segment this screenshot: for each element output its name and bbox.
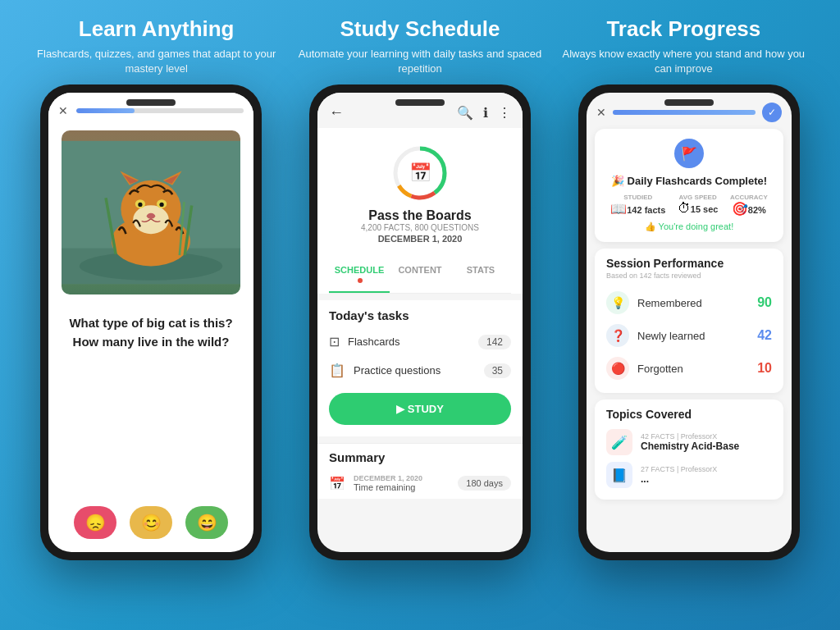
phone-notch-2 (395, 99, 445, 106)
p3-close-icon[interactable]: ✕ (596, 106, 606, 119)
phone-study: ← 🔍 ℹ ⋮ (309, 84, 531, 560)
p2-deck-title: Pass the Boards (368, 208, 471, 223)
study-title: Study Schedule (296, 16, 543, 42)
phone-learn: ✕ (40, 84, 262, 560)
newly-learned-label: Newly learned (637, 330, 749, 342)
questions-count: 35 (484, 363, 511, 378)
p2-summary-date: DECEMBER 1, 2020 (354, 474, 450, 482)
p3-perf-remembered: 💡 Remembered 90 (606, 286, 772, 319)
p1-btn-maybe[interactable]: 😊 (130, 506, 172, 539)
p3-session-sub: Based on 142 facts reviewed (606, 272, 772, 280)
p2-task-flashcards: ⊡ Flashcards 142 (317, 327, 523, 356)
p2-summary-row: 📅 DECEMBER 1, 2020 Time remaining 180 da… (317, 468, 523, 499)
questions-label: Practice questions (354, 364, 476, 377)
p3-topic-1: 🧪 42 FACTS | ProfessorX Chemistry Acid-B… (606, 426, 772, 459)
p2-calendar-icon-2: 📅 (329, 476, 345, 491)
p2-tasks-card: Today's tasks ⊡ Flashcards 142 📋 Practic… (317, 300, 523, 436)
p3-stat-speed-icon: ⏱ (678, 201, 691, 215)
newly-learned-value: 42 (757, 328, 772, 343)
p2-summary-card: Summary 📅 DECEMBER 1, 2020 Time remainin… (317, 443, 523, 499)
p2-deck-facts: 4,200 FACTS, 800 QUESTIONS (361, 223, 479, 232)
newly-learned-icon: ❓ (606, 324, 629, 347)
p2-deck-date: DECEMBER 1, 2020 (378, 234, 463, 244)
p3-stat-speed: AVG SPEED ⏱15 sec (678, 194, 719, 217)
p2-summary-info: DECEMBER 1, 2020 Time remaining (354, 474, 450, 492)
tab-content[interactable]: CONTENT (390, 258, 450, 293)
study-subtitle: Automate your learning with daily tasks … (296, 47, 543, 76)
p3-great-text: 👍 You're doing great! (605, 221, 774, 232)
tab-stats[interactable]: STATS (450, 258, 511, 293)
tab-schedule[interactable]: SCHEDULE (329, 258, 390, 293)
topic-2-info: 27 FACTS | ProfessorX ... (641, 465, 772, 485)
phone-screen-track: ✕ ✓ 🚩 🎉 Daily Flashcards Complete! STUDI… (587, 93, 792, 552)
svg-point-5 (133, 206, 169, 235)
p2-search-icon[interactable]: 🔍 (457, 105, 473, 121)
p3-perf-forgotten: 🔴 Forgotten 10 (606, 352, 772, 385)
p3-stat-accuracy-label: ACCURACY (730, 194, 768, 201)
tab-content-label: CONTENT (398, 265, 441, 275)
p2-calendar-icon: 📅 (409, 162, 431, 184)
p3-perf-newly-learned: ❓ Newly learned 42 (606, 319, 772, 352)
flashcards-count: 142 (478, 335, 511, 349)
p1-question-line1: What type of big cat is this? (62, 314, 240, 333)
p1-close-icon[interactable]: ✕ (58, 104, 68, 117)
phone-screen-study: ← 🔍 ℹ ⋮ (317, 93, 523, 552)
p3-check-icon: ✓ (762, 103, 782, 122)
p2-summary-title: Summary (317, 443, 523, 468)
p1-progress-fill (76, 108, 135, 113)
questions-icon: 📋 (329, 363, 345, 378)
topic-1-facts: 42 FACTS | ProfessorX (641, 432, 772, 441)
p1-topbar: ✕ (48, 93, 253, 124)
p2-info-icon[interactable]: ℹ (483, 105, 488, 121)
tab-stats-label: STATS (467, 265, 495, 275)
p3-stat-speed-val: 15 sec (691, 204, 719, 214)
schedule-dot (358, 278, 363, 283)
tab-schedule-label: SCHEDULE (335, 265, 385, 275)
p2-back-icon[interactable]: ← (329, 104, 344, 121)
p3-stat-studied: STUDIED 📖142 facts (610, 194, 665, 217)
p2-topbar: ← 🔍 ℹ ⋮ (317, 93, 523, 128)
p3-flag-icon: 🚩 (674, 139, 704, 168)
remembered-value: 90 (757, 295, 772, 310)
forgotten-label: Forgotten (637, 363, 749, 375)
learn-title: Learn Anything (33, 16, 280, 42)
svg-point-10 (147, 213, 155, 219)
remembered-label: Remembered (637, 297, 749, 309)
svg-point-8 (138, 203, 142, 207)
p3-stat-studied-label: STUDIED (610, 194, 665, 201)
remembered-icon: 💡 (606, 291, 629, 314)
svg-point-9 (159, 203, 163, 207)
p2-tabs: SCHEDULE CONTENT STATS (329, 258, 511, 294)
p3-topic-2: 📘 27 FACTS | ProfessorX ... (606, 459, 772, 491)
p2-hero: 📅 Pass the Boards 4,200 FACTS, 800 QUEST… (329, 136, 511, 252)
track-subtitle: Always know exactly where you stand and … (560, 47, 807, 76)
topic-1-info: 42 FACTS | ProfessorX Chemistry Acid-Bas… (641, 432, 772, 452)
p1-question-line2: How many live in the wild? (62, 333, 240, 352)
p3-progress-bar (613, 110, 756, 115)
p2-tasks-title: Today's tasks (317, 300, 523, 327)
p2-progress-circle: 📅 (391, 144, 449, 202)
p3-complete-card: 🚩 🎉 Daily Flashcards Complete! STUDIED 📖… (595, 129, 783, 242)
topic-2-icon: 📘 (606, 462, 632, 488)
p3-session-title: Session Performance (606, 257, 772, 270)
p1-btn-wrong[interactable]: 😞 (74, 506, 116, 539)
p3-stat-studied-val: 142 facts (627, 205, 665, 215)
topic-1-name: Chemistry Acid-Base (641, 441, 772, 452)
track-header: Track Progress Always know exactly where… (552, 16, 815, 76)
p3-stat-speed-label: AVG SPEED (678, 194, 719, 201)
p1-btn-correct[interactable]: 😄 (185, 506, 228, 539)
learn-header: Learn Anything Flashcards, quizzes, and … (25, 16, 288, 76)
topic-1-icon: 🧪 (606, 429, 632, 455)
p2-summary-label: Time remaining (354, 482, 450, 492)
p2-summary-badge: 180 days (458, 476, 511, 491)
p3-performance-card: Session Performance Based on 142 facts r… (595, 249, 783, 393)
p3-stat-accuracy: ACCURACY 🎯82% (730, 194, 768, 217)
p1-progress-bar (76, 108, 244, 113)
phone-notch-3 (664, 99, 714, 106)
phone-notch-1 (126, 99, 176, 106)
p3-topics-title: Topics Covered (606, 408, 772, 421)
header-section: Learn Anything Flashcards, quizzes, and … (0, 0, 840, 84)
topic-2-facts: 27 FACTS | ProfessorX (641, 465, 772, 473)
p2-menu-icon[interactable]: ⋮ (498, 105, 511, 121)
study-button[interactable]: ▶ STUDY (329, 393, 511, 425)
